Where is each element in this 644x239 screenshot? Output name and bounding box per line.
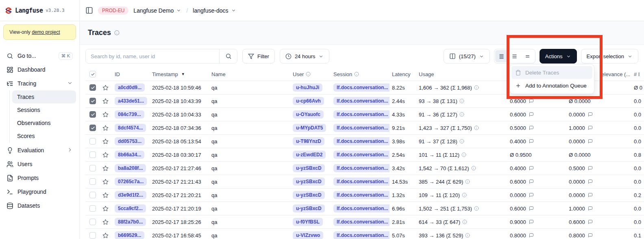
menu-item-add-to-annotation-queue[interactable]: Add to Annotation Queue [511, 79, 592, 92]
trace-id-badge[interactable]: 88f2a7b0... [115, 218, 146, 226]
header-id[interactable]: ID [112, 71, 150, 77]
user-badge[interactable]: u-yzSBxcD [293, 204, 325, 213]
trace-id-badge[interactable]: dd05753... [115, 137, 145, 145]
user-badge[interactable]: u-yzSBxcD [293, 178, 325, 186]
sidebar-item-observations[interactable]: Observations [12, 116, 76, 129]
sidebar-item-scores[interactable]: Scores [12, 129, 76, 143]
table-row[interactable]: a433de51...2025-02-18 10:43:39qau-cp66Av… [85, 94, 644, 108]
star-icon[interactable] [102, 125, 109, 131]
trace-id-badge[interactable]: 8dcf4574... [115, 124, 146, 132]
comment-icon[interactable] [588, 112, 593, 117]
actions-button[interactable]: Actions [540, 49, 577, 64]
session-badge[interactable]: lf.docs.conversation... [333, 124, 389, 132]
row-height-small-button[interactable] [495, 50, 508, 62]
sidebar-item-playground[interactable]: Playground [3, 185, 76, 199]
trace-id-badge[interactable]: ba8a208f... [115, 164, 146, 172]
row-checkbox[interactable] [89, 232, 96, 239]
comment-icon[interactable] [588, 219, 593, 224]
table-row[interactable]: 8dcf4574...2025-02-18 07:34:36qau-MYpDAT… [85, 121, 644, 135]
user-badge[interactable]: u-yzSBxcD [293, 191, 325, 199]
row-checkbox[interactable] [89, 151, 96, 158]
comment-icon[interactable] [588, 139, 593, 144]
table-row[interactable]: b669529...2025-02-17 16:58:45qau-VlZzvwo… [85, 229, 644, 239]
time-range-button[interactable]: 24 hours [280, 49, 330, 64]
row-height-medium-button[interactable] [508, 50, 521, 62]
row-checkbox[interactable] [89, 219, 96, 225]
row-checkbox[interactable] [89, 178, 96, 185]
user-badge[interactable]: u-cp66Avh [293, 97, 324, 105]
trace-id-badge[interactable]: 07265c7a... [115, 178, 147, 186]
session-badge[interactable]: lf.docs.conversation... [333, 204, 389, 213]
sidebar-toggle-icon[interactable] [85, 7, 93, 14]
row-height-large-button[interactable] [521, 50, 534, 62]
star-icon[interactable] [102, 219, 109, 225]
session-badge[interactable]: lf.docs.conversation... [333, 110, 389, 118]
header-timestamp[interactable]: Timestamp▼ [150, 71, 209, 77]
star-icon[interactable] [102, 206, 109, 212]
session-badge[interactable]: lf.docs.conversation... [333, 137, 389, 145]
column-visibility-button[interactable]: (15/27) [444, 49, 490, 64]
star-icon[interactable] [102, 138, 109, 145]
table-row[interactable]: 5cca9cf2...2025-02-17 21:20:19qau-yzSBxc… [85, 202, 644, 215]
session-badge[interactable]: lf.docs.conversation... [333, 218, 389, 226]
comment-icon[interactable] [588, 193, 593, 197]
row-checkbox[interactable] [89, 192, 96, 198]
user-badge[interactable]: u-VlZzvwo [293, 231, 323, 239]
header-last[interactable]: # I [628, 71, 644, 77]
user-badge[interactable]: u-zEwdED2 [293, 151, 326, 159]
user-badge[interactable]: u-huJhuJi [293, 83, 322, 92]
star-icon[interactable] [102, 112, 109, 118]
search-submit-button[interactable] [219, 49, 237, 63]
comment-icon[interactable] [588, 125, 593, 130]
sidebar-item-traces[interactable]: Traces [12, 90, 76, 103]
comment-icon[interactable] [529, 206, 534, 211]
sidebar-item-tracing[interactable]: Tracing [3, 77, 76, 90]
row-checkbox[interactable] [89, 125, 96, 131]
user-badge[interactable]: u-yzSBxcD [293, 164, 325, 172]
table-row[interactable]: 88f2a7b0...2025-02-17 18:25:26qau-f0YfBS… [85, 215, 644, 229]
star-icon[interactable] [102, 192, 109, 198]
user-badge[interactable]: u-OYauofc [293, 110, 324, 118]
sidebar-item-users[interactable]: Users [3, 157, 76, 171]
star-icon[interactable] [102, 165, 109, 171]
comment-icon[interactable] [529, 125, 534, 130]
session-badge[interactable]: lf.docs.conversation... [333, 97, 389, 105]
trace-id-badge[interactable]: 5cca9cf2... [115, 204, 146, 213]
user-badge[interactable]: u-MYpDAT5 [293, 124, 326, 132]
table-row[interactable]: d3e9d1f2...2025-02-17 21:20:21qau-yzSBxc… [85, 189, 644, 202]
row-checkbox[interactable] [89, 165, 96, 171]
filter-button[interactable]: Filter [242, 49, 275, 64]
star-icon[interactable] [102, 232, 109, 239]
star-icon[interactable] [102, 98, 109, 104]
table-row[interactable]: dd05753...2025-02-18 05:13:54qau-T98YnzD… [85, 135, 644, 148]
trace-id-badge[interactable]: a0cd0d9... [115, 83, 145, 92]
star-icon[interactable] [102, 85, 109, 91]
search-input[interactable] [86, 49, 219, 63]
comment-icon[interactable] [529, 233, 534, 238]
row-checkbox[interactable] [89, 98, 96, 104]
header-user[interactable]: User [290, 71, 331, 77]
session-badge[interactable]: lf.docs.conversation... [333, 191, 389, 199]
row-checkbox[interactable] [89, 138, 96, 145]
table-row[interactable]: 07265c7a...2025-02-17 21:21:43qau-yzSBxc… [85, 175, 644, 189]
trace-id-badge[interactable]: 084c739... [115, 110, 144, 118]
sidebar-item-datasets[interactable]: Datasets [3, 199, 76, 213]
session-badge[interactable]: lf.docs.conversation... [333, 151, 389, 159]
goto-search[interactable]: Go to... ⌘ K [3, 49, 76, 63]
sidebar-item-prompts[interactable]: Prompts [3, 171, 76, 185]
session-badge[interactable]: lf.docs.conversation... [333, 164, 389, 172]
trace-id-badge[interactable]: 8b66a34... [115, 151, 144, 159]
comment-icon[interactable] [588, 206, 593, 211]
header-latency[interactable]: Latency [389, 71, 416, 77]
comment-icon[interactable] [529, 179, 534, 184]
header-session[interactable]: Session [331, 71, 389, 77]
table-row[interactable]: ba8a208f...2025-02-17 21:27:46qau-yzSBxc… [85, 162, 644, 175]
user-badge[interactable]: u-T98YnzD [293, 137, 324, 145]
header-usage[interactable]: Usage [416, 71, 504, 77]
trace-id-badge[interactable]: a433de51... [115, 97, 147, 105]
select-all-checkbox[interactable] [89, 71, 96, 77]
header-relevance[interactable]: relevance (... [594, 71, 628, 77]
comment-icon[interactable] [529, 99, 534, 103]
table-row[interactable]: 8b66a34...2025-02-18 03:30:17qau-zEwdED2… [85, 148, 644, 162]
user-badge[interactable]: u-f0YfBSL [293, 218, 323, 226]
